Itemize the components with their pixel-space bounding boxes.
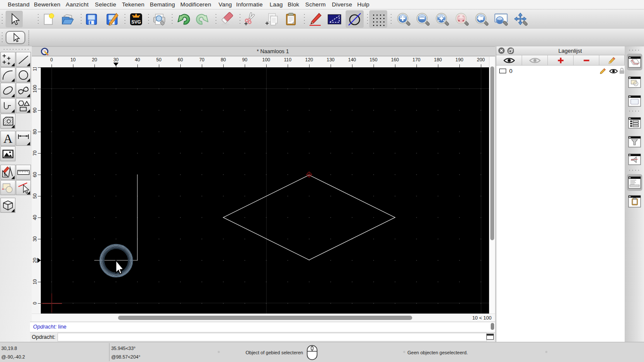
svg-text:SVG: SVG — [131, 19, 141, 24]
svg-text:A: A — [3, 131, 12, 145]
